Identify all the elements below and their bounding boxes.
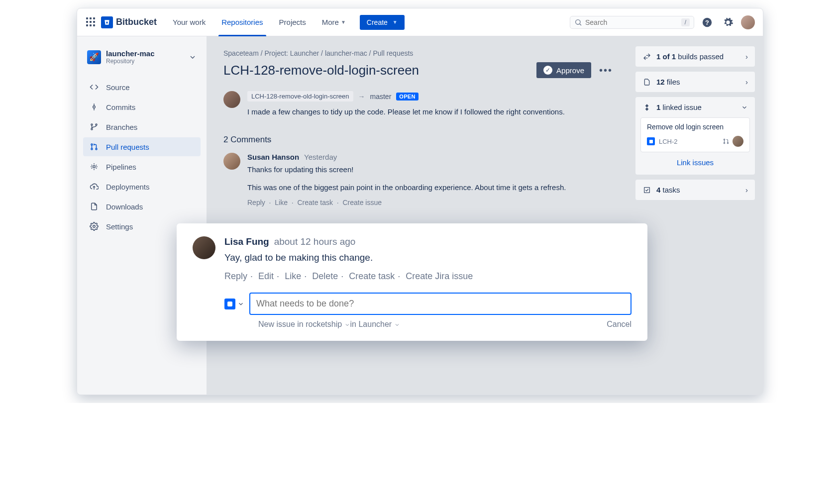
comment-text: This was one of the biggest pain point i… xyxy=(247,182,617,194)
repo-name: launcher-mac xyxy=(106,49,155,58)
tasks-card[interactable]: 4 tasks › xyxy=(635,180,755,200)
pull-request-icon xyxy=(89,142,99,151)
like-action[interactable]: Like xyxy=(275,199,288,206)
svg-point-11 xyxy=(91,148,93,150)
brand-label: Bitbucket xyxy=(116,17,157,27)
checkbox-icon xyxy=(642,186,651,194)
nav-right: / ? xyxy=(570,14,755,30)
create-task-action[interactable]: Create task xyxy=(297,199,333,206)
builds-card[interactable]: 1 of 1 builds passed › xyxy=(635,46,755,67)
sidebar-item-downloads[interactable]: Downloads xyxy=(83,197,201,216)
issue-type-icon xyxy=(647,137,655,145)
main-content: Spaceteam / Project: Launcher / launcher… xyxy=(207,36,633,395)
nav-repositories[interactable]: Repositories xyxy=(215,8,269,36)
breadcrumb[interactable]: Spaceteam xyxy=(223,49,259,57)
sidebar-item-deployments[interactable]: Deployments xyxy=(83,177,201,196)
comments-heading: 2 Comments xyxy=(223,135,617,145)
sidebar: 🚀 launcher-mac Repository Source Commits xyxy=(77,36,207,395)
right-panel: 1 of 1 builds passed › 12 files › 1 link… xyxy=(633,36,763,395)
sidebar-item-pipelines[interactable]: Pipelines xyxy=(83,157,201,176)
assignee-avatar[interactable] xyxy=(733,136,743,147)
like-action[interactable]: Like xyxy=(285,271,301,281)
sidebar-item-label: Downloads xyxy=(106,202,143,211)
svg-point-8 xyxy=(91,128,93,130)
sidebar-item-source[interactable]: Source xyxy=(83,78,201,97)
chevron-down-icon[interactable] xyxy=(189,53,197,61)
app-switcher-icon[interactable] xyxy=(85,16,97,28)
svg-point-0 xyxy=(576,19,580,24)
space-selector[interactable]: in Launcher xyxy=(350,320,400,329)
pr-description: I made a few changes to tidy up the code… xyxy=(247,106,617,118)
breadcrumb[interactable]: Pull requests xyxy=(373,49,413,57)
sidebar-item-label: Commits xyxy=(106,103,135,111)
comment-avatar[interactable] xyxy=(193,236,215,259)
linked-issues-toggle[interactable]: 1 linked issue xyxy=(635,97,755,117)
approve-button[interactable]: ✓ Approve xyxy=(536,62,591,78)
link-issues-button[interactable]: Link issues xyxy=(677,158,714,167)
comment-actions: Reply · Like · Create task · Create issu… xyxy=(247,199,617,206)
create-task-action[interactable]: Create task xyxy=(349,271,395,281)
linked-issue-title: Remove old login screen xyxy=(647,123,743,131)
svg-point-10 xyxy=(91,144,93,145)
create-jira-issue-action[interactable]: Create Jira issue xyxy=(406,271,473,281)
issue-type-selector[interactable] xyxy=(224,299,244,309)
more-actions-button[interactable]: ••• xyxy=(595,63,617,78)
user-avatar[interactable] xyxy=(741,15,755,29)
source-branch[interactable]: LCH-128-remove-old-login-screen xyxy=(247,91,353,101)
issue-summary-input[interactable] xyxy=(249,293,631,315)
chevron-down-icon: ▼ xyxy=(341,19,346,25)
cancel-button[interactable]: Cancel xyxy=(607,320,631,329)
comment-text: Yay, glad to be making this change. xyxy=(224,252,631,263)
nav-projects[interactable]: Projects xyxy=(273,8,312,36)
svg-point-19 xyxy=(724,142,725,143)
side-nav: Source Commits Branches Pull requests Pi… xyxy=(83,78,201,236)
arrow-right-icon: → xyxy=(358,93,365,101)
file-icon xyxy=(642,78,651,86)
sidebar-item-label: Source xyxy=(106,83,130,92)
comment-avatar[interactable] xyxy=(223,153,240,170)
sidebar-item-pull-requests[interactable]: Pull requests xyxy=(83,137,201,156)
search-shortcut: / xyxy=(681,18,690,26)
nav-your-work[interactable]: Your work xyxy=(167,8,211,36)
comment-author[interactable]: Susan Hanson xyxy=(247,153,299,161)
author-avatar[interactable] xyxy=(223,91,240,108)
project-selector[interactable]: New issue in rocketship xyxy=(258,320,350,329)
brand[interactable]: Bitbucket xyxy=(101,16,157,28)
pipelines-icon xyxy=(89,162,99,171)
svg-point-20 xyxy=(727,142,728,143)
reply-action[interactable]: Reply xyxy=(247,199,265,206)
files-card[interactable]: 12 files › xyxy=(635,72,755,92)
linked-issue-item[interactable]: Remove old login screen LCH-2 xyxy=(640,117,750,152)
help-icon[interactable]: ? xyxy=(699,14,715,30)
breadcrumb[interactable]: Project: Launcher xyxy=(265,49,319,57)
linked-issues-card: 1 linked issue Remove old login screen L… xyxy=(635,97,755,175)
issue-type-icon xyxy=(224,299,235,309)
search-input[interactable] xyxy=(585,18,681,26)
sidebar-item-label: Pipelines xyxy=(106,163,136,171)
target-branch[interactable]: master xyxy=(370,93,392,101)
settings-icon[interactable] xyxy=(720,14,736,30)
svg-point-15 xyxy=(93,225,96,228)
issue-key[interactable]: LCH-2 xyxy=(659,138,678,145)
search-icon xyxy=(574,18,582,26)
breadcrumb[interactable]: launcher-mac xyxy=(325,49,367,57)
search-box[interactable]: / xyxy=(570,16,694,29)
svg-point-7 xyxy=(91,124,93,125)
chevron-down-icon xyxy=(741,104,748,111)
comment-text: Thanks for updating this screen! xyxy=(247,164,617,176)
svg-point-4 xyxy=(93,106,96,108)
create-issue-action[interactable]: Create issue xyxy=(342,199,382,206)
sidebar-item-label: Settings xyxy=(106,222,133,231)
reply-action[interactable]: Reply xyxy=(224,271,247,281)
comment-author[interactable]: Lisa Fung xyxy=(224,236,269,247)
sidebar-item-branches[interactable]: Branches xyxy=(83,117,201,136)
edit-action[interactable]: Edit xyxy=(258,271,274,281)
nav-more[interactable]: More▼ xyxy=(316,8,352,36)
create-button[interactable]: Create ▼ xyxy=(360,15,405,30)
cloud-upload-icon xyxy=(89,182,99,191)
branch-icon xyxy=(89,122,99,131)
check-circle-icon: ✓ xyxy=(543,66,552,75)
sidebar-item-commits[interactable]: Commits xyxy=(83,98,201,116)
repo-header[interactable]: 🚀 launcher-mac Repository xyxy=(83,46,201,68)
delete-action[interactable]: Delete xyxy=(312,271,338,281)
